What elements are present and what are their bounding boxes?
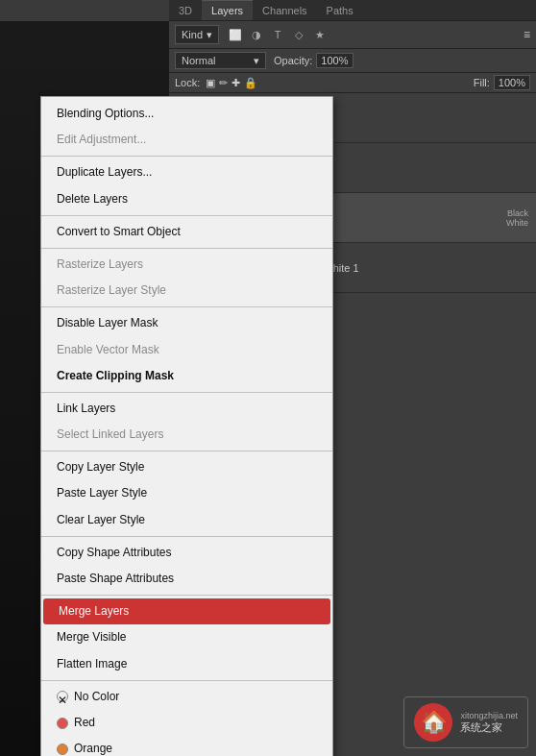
- opacity-value[interactable]: 100%: [316, 53, 353, 68]
- filter-icons: ⬜ ◑ T ◇ ★: [227, 26, 329, 43]
- panel-menu-icon[interactable]: ≡: [524, 28, 530, 41]
- menu-convert-smart-object[interactable]: Convert to Smart Object: [41, 219, 332, 245]
- opacity-label: Opacity:: [274, 55, 312, 66]
- kind-dropdown[interactable]: Kind ▾: [175, 25, 219, 44]
- menu-rasterize-layers[interactable]: Rasterize Layers: [41, 252, 332, 278]
- type-filter-icon[interactable]: T: [269, 26, 286, 43]
- orange-color-dot: [57, 744, 68, 755]
- menu-merge-layers[interactable]: Merge Layers: [43, 598, 330, 624]
- lock-pixels-icon[interactable]: ✏: [219, 77, 228, 89]
- menu-edit-adjustment[interactable]: Edit Adjustment...: [41, 127, 332, 153]
- fill-row: Fill: 100%: [474, 75, 530, 90]
- blend-mode-dropdown[interactable]: Normal ▾: [175, 52, 266, 69]
- menu-disable-layer-mask[interactable]: Disable Layer Mask: [41, 310, 332, 336]
- chevron-down-icon: ▾: [207, 29, 212, 41]
- lock-all-icon[interactable]: 🔒: [244, 77, 257, 89]
- separator-4: [41, 306, 332, 307]
- menu-blending-options[interactable]: Blending Options...: [41, 101, 332, 127]
- menu-duplicate-layers[interactable]: Duplicate Layers...: [41, 159, 332, 185]
- separator-6: [41, 451, 332, 451]
- watermark-line2: 系统之家: [460, 720, 518, 735]
- kind-label: Kind: [182, 29, 203, 40]
- menu-paste-layer-style[interactable]: Paste Layer Style: [41, 480, 332, 506]
- separator-2: [41, 215, 332, 216]
- menu-copy-layer-style[interactable]: Copy Layer Style: [41, 454, 332, 480]
- menu-paste-shape-attributes[interactable]: Paste Shape Attributes: [41, 566, 332, 592]
- lock-transparent-icon[interactable]: ▣: [206, 77, 215, 89]
- tab-layers[interactable]: Layers: [202, 0, 253, 20]
- fill-label: Fill:: [474, 77, 490, 88]
- menu-create-clipping-mask[interactable]: Create Clipping Mask: [41, 363, 332, 389]
- watermark: 🏠 xitongzhijia.net 系统之家: [403, 696, 528, 748]
- red-color-dot: [57, 718, 68, 729]
- blend-mode-label: Normal: [182, 55, 215, 66]
- no-color-label: No Color: [74, 688, 119, 706]
- menu-color-red[interactable]: Red: [41, 710, 332, 736]
- menu-clear-layer-style[interactable]: Clear Layer Style: [41, 507, 332, 533]
- separator-7: [41, 536, 332, 537]
- lock-position-icon[interactable]: ✚: [231, 77, 240, 89]
- red-label: Red: [74, 714, 95, 732]
- menu-delete-layers[interactable]: Delete Layers: [41, 186, 332, 212]
- blend-chevron-icon: ▾: [254, 55, 259, 67]
- lock-label: Lock:: [175, 77, 200, 88]
- menu-rasterize-layer-style[interactable]: Rasterize Layer Style: [41, 278, 332, 304]
- separator-8: [41, 595, 332, 596]
- separator-3: [41, 248, 332, 249]
- pixel-filter-icon[interactable]: ⬜: [227, 26, 244, 43]
- no-color-dot: ✕: [57, 691, 68, 702]
- context-menu: Blending Options... Edit Adjustment... D…: [40, 96, 333, 756]
- opacity-row: Opacity: 100%: [274, 53, 353, 68]
- adjustment-filter-icon[interactable]: ◑: [248, 26, 265, 43]
- shape-filter-icon[interactable]: ◇: [290, 26, 307, 43]
- blend-opacity-row: Normal ▾ Opacity: 100%: [169, 49, 536, 73]
- smart-filter-icon[interactable]: ★: [311, 26, 329, 43]
- watermark-icon: 🏠: [414, 703, 452, 742]
- tab-channels[interactable]: Channels: [253, 0, 316, 20]
- menu-flatten-image[interactable]: Flatten Image: [41, 651, 332, 677]
- menu-copy-shape-attributes[interactable]: Copy Shape Attributes: [41, 540, 332, 566]
- separator-5: [41, 392, 332, 393]
- fill-value[interactable]: 100%: [494, 75, 530, 90]
- lock-icons-group: ▣ ✏ ✚ 🔒: [206, 77, 257, 89]
- watermark-text: xitongzhijia.net 系统之家: [460, 711, 518, 735]
- orange-label: Orange: [74, 740, 112, 756]
- menu-link-layers[interactable]: Link Layers: [41, 396, 332, 422]
- kind-toolbar: Kind ▾ ⬜ ◑ T ◇ ★ ≡: [169, 21, 536, 49]
- menu-enable-vector-mask[interactable]: Enable Vector Mask: [41, 337, 332, 363]
- menu-color-none[interactable]: ✕ No Color: [41, 684, 332, 710]
- bw-label: BlackWhite: [506, 208, 528, 228]
- tab-bar: 3D Layers Channels Paths: [169, 0, 536, 21]
- watermark-line1: xitongzhijia.net: [460, 711, 518, 720]
- tab-3d[interactable]: 3D: [169, 0, 202, 20]
- separator-9: [41, 680, 332, 681]
- menu-select-linked-layers[interactable]: Select Linked Layers: [41, 422, 332, 448]
- menu-color-orange[interactable]: Orange: [41, 736, 332, 756]
- tab-paths[interactable]: Paths: [317, 0, 363, 20]
- menu-merge-visible[interactable]: Merge Visible: [41, 624, 332, 650]
- separator-1: [41, 156, 332, 157]
- lock-row: Lock: ▣ ✏ ✚ 🔒 Fill: 100%: [169, 73, 536, 93]
